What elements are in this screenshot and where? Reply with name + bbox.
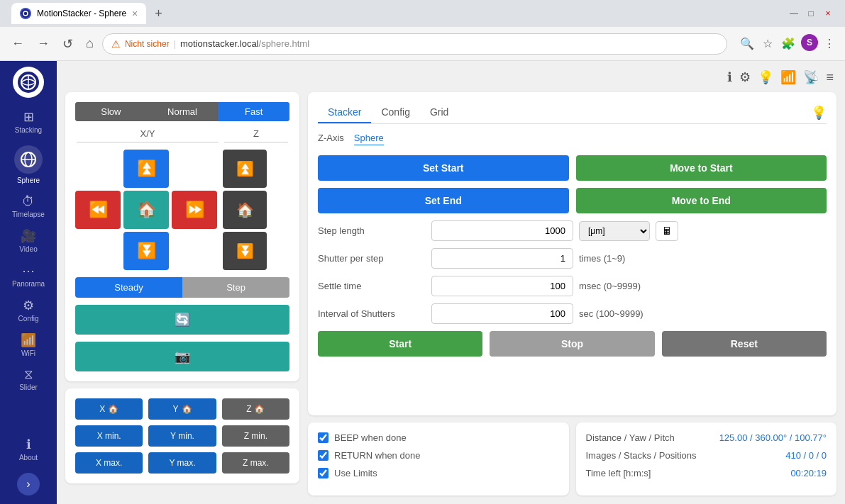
y-home-button[interactable]: Y 🏠	[148, 398, 216, 420]
return-checkbox[interactable]	[318, 450, 328, 461]
x-home-button[interactable]: X 🏠	[75, 398, 143, 420]
use-limits-checkbox[interactable]	[318, 468, 328, 478]
maximize-button[interactable]: □	[805, 8, 817, 19]
interval-input[interactable]	[431, 303, 573, 324]
search-icon-btn[interactable]: 🔍	[737, 34, 757, 53]
z-max-button[interactable]: Z max.	[222, 452, 289, 474]
content-area: Slow Normal Fast X/Y Z ⏫	[65, 92, 836, 495]
home-button[interactable]: ⌂	[82, 33, 98, 54]
stop-button[interactable]: Stop	[490, 331, 654, 357]
z-min-button[interactable]: Z min.	[222, 425, 289, 447]
left-button[interactable]: ⏪	[75, 191, 121, 229]
start-buttons-row: Set Start Move to Start	[318, 155, 827, 181]
nav-forward-sidebar-btn[interactable]: ›	[17, 473, 40, 495]
move-to-end-button[interactable]: Move to End	[576, 188, 827, 213]
sidebar-item-stacking[interactable]: ⊞ Stacking	[0, 105, 57, 138]
top-bar: ℹ ⚙ 💡 📶 📡 ≡	[65, 69, 836, 85]
active-tab[interactable]: MotionStacker - Sphere ×	[11, 3, 146, 24]
left-side: Slow Normal Fast X/Y Z ⏫	[65, 92, 299, 495]
fast-button[interactable]: Fast	[218, 102, 289, 121]
step-length-row: Step length [μm] [mm] 🖩	[318, 220, 827, 241]
shutter-per-step-input[interactable]	[431, 248, 573, 269]
signal-icon[interactable]: 📡	[803, 69, 819, 85]
z-down-button[interactable]: ⏬	[223, 232, 267, 270]
tabs-extra: 💡	[811, 105, 827, 121]
settle-time-input[interactable]	[431, 276, 573, 296]
bulb-tab-icon[interactable]: 💡	[811, 106, 827, 120]
calculator-button[interactable]: 🖩	[656, 221, 678, 241]
camera-button[interactable]: 📷	[75, 342, 289, 371]
set-end-button[interactable]: Set End	[318, 188, 569, 213]
extensions-icon-btn[interactable]: 🧩	[778, 34, 798, 53]
move-to-start-button[interactable]: Move to Start	[576, 155, 827, 181]
beep-checkbox[interactable]	[318, 432, 328, 443]
sidebar-item-config[interactable]: ⚙ Config	[0, 293, 57, 327]
menu-icon-btn[interactable]: ⋮	[821, 34, 838, 53]
z-controls: ⏫ 🏠 ⏬	[223, 150, 267, 270]
camera-icon: 📷	[175, 349, 190, 364]
return-checkbox-item: RETURN when done	[318, 450, 559, 461]
z-up-button[interactable]: ⏫	[223, 150, 267, 188]
refresh-button[interactable]: ↺	[58, 33, 77, 55]
y-min-button[interactable]: Y min.	[148, 425, 216, 447]
wifi-label: WiFi	[21, 349, 35, 357]
app: ⊞ Stacking Sphere ⏱ Timelapse 🎥 Video ⋯ …	[0, 61, 845, 504]
right-button[interactable]: ⏩	[172, 191, 217, 229]
new-tab-button[interactable]: +	[149, 4, 168, 24]
sidebar-item-timelapse[interactable]: ⏱ Timelapse	[0, 190, 57, 223]
down-button[interactable]: ⏬	[123, 232, 169, 270]
time-value: 00:20:19	[790, 468, 827, 478]
sidebar-item-wifi[interactable]: 📶 WiFi	[0, 328, 57, 362]
set-start-button[interactable]: Set Start	[318, 155, 569, 181]
tab-grid[interactable]: Grid	[420, 102, 458, 123]
sidebar-item-sphere[interactable]: Sphere	[0, 140, 57, 189]
step-length-unit-select[interactable]: [μm] [mm]	[579, 221, 650, 241]
z-home-button[interactable]: Z 🏠	[222, 398, 289, 420]
z-home-button[interactable]: 🏠	[223, 191, 267, 229]
steady-mode-button[interactable]: Steady	[75, 277, 182, 298]
tab-config[interactable]: Config	[371, 102, 419, 123]
slow-button[interactable]: Slow	[75, 102, 147, 121]
address-bar[interactable]: ⚠ Nicht sicher | motionstacker.local/sph…	[102, 33, 727, 55]
minimize-button[interactable]: —	[788, 8, 800, 19]
sub-tab-z-axis[interactable]: Z-Axis	[318, 133, 344, 145]
close-button[interactable]: ×	[822, 8, 834, 19]
y-max-button[interactable]: Y max.	[148, 452, 216, 474]
bookmark-icon-btn[interactable]: ☆	[760, 34, 775, 53]
tab-bar: MotionStacker - Sphere × + — □ ×	[6, 0, 839, 27]
menu-icon[interactable]: ≡	[826, 70, 834, 85]
min-buttons-row: X min. Y min. Z min.	[75, 425, 289, 447]
tab-favicon	[20, 8, 31, 19]
sidebar-item-slider[interactable]: ⧖ Slider	[0, 363, 57, 396]
warning-icon: ⚠	[111, 38, 121, 50]
home-button[interactable]: 🏠	[123, 191, 169, 229]
mode-selector: Steady Step	[75, 277, 289, 298]
sidebar-item-about[interactable]: ℹ About	[0, 432, 57, 466]
sidebar-item-panorama[interactable]: ⋯ Panorama	[0, 259, 57, 292]
sync-button[interactable]: 🔄	[75, 305, 289, 335]
settings-icon[interactable]: ⚙	[739, 69, 751, 85]
normal-button[interactable]: Normal	[147, 102, 219, 121]
svg-point-0	[21, 9, 30, 18]
wifi-status-icon[interactable]: 📶	[780, 69, 796, 85]
tab-stacker[interactable]: Stacker	[318, 102, 371, 123]
sidebar-item-video[interactable]: 🎥 Video	[0, 224, 57, 257]
reset-button[interactable]: Reset	[662, 331, 827, 357]
slider-label: Slider	[19, 383, 38, 391]
sub-tab-sphere[interactable]: Sphere	[354, 133, 384, 145]
profile-icon-btn[interactable]: S	[801, 34, 818, 51]
tab-title: MotionStacker - Sphere	[37, 9, 126, 18]
step-length-input[interactable]	[431, 220, 573, 241]
back-button[interactable]: ←	[7, 33, 28, 54]
bulb-icon[interactable]: 💡	[758, 69, 773, 85]
forward-button[interactable]: →	[33, 33, 54, 54]
up-button[interactable]: ⏫	[123, 150, 169, 188]
right-bottom: BEEP when done RETURN when done Use Limi…	[308, 422, 836, 495]
info-icon[interactable]: ℹ	[727, 69, 732, 85]
stacking-label: Stacking	[15, 126, 42, 134]
start-button[interactable]: Start	[318, 331, 482, 357]
step-mode-button[interactable]: Step	[182, 277, 289, 298]
tab-close-btn[interactable]: ×	[132, 8, 138, 19]
x-min-button[interactable]: X min.	[75, 425, 143, 447]
x-max-button[interactable]: X max.	[75, 452, 143, 474]
